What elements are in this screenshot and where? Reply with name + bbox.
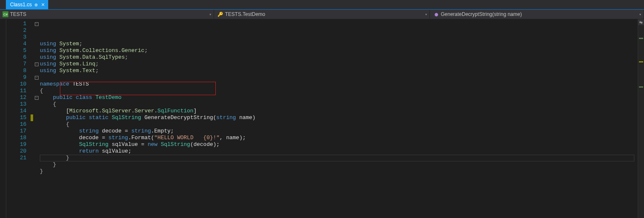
class-label: TESTS.TestDemo bbox=[225, 11, 265, 17]
line-number: 21 bbox=[6, 155, 31, 161]
fold-toggle bbox=[33, 47, 40, 54]
fold-toggle bbox=[33, 128, 40, 135]
csharp-file-icon: C# bbox=[3, 11, 8, 17]
line-number: 18 bbox=[6, 135, 31, 141]
code-line[interactable] bbox=[40, 74, 638, 81]
code-line[interactable]: { bbox=[40, 121, 638, 128]
outline-column[interactable]: −−−− bbox=[33, 19, 40, 218]
scope-label: TESTS bbox=[10, 11, 26, 17]
close-icon[interactable]: ✕ bbox=[40, 2, 46, 8]
line-number: 12 bbox=[6, 94, 31, 101]
fold-toggle bbox=[33, 88, 40, 94]
pin-icon[interactable]: ⊕ bbox=[34, 3, 38, 7]
code-area[interactable]: using System;using System.Collections.Ge… bbox=[40, 19, 638, 218]
fold-toggle bbox=[33, 108, 40, 114]
member-dropdown[interactable]: ⬤ GenerateDecryptString(string name) ▾ bbox=[430, 10, 644, 19]
method-icon: ⬤ bbox=[433, 11, 439, 17]
code-line[interactable]: using System.Linq; bbox=[40, 61, 638, 67]
line-number: 5 bbox=[6, 47, 31, 54]
fold-toggle[interactable]: − bbox=[33, 94, 40, 101]
code-line[interactable]: SqlString sqlValue = new SqlString(decod… bbox=[40, 141, 638, 148]
member-label: GenerateDecryptString(string name) bbox=[441, 11, 522, 17]
line-number: 15 bbox=[6, 114, 31, 121]
navigation-bar: C# TESTS ▾ 🔑 TESTS.TestDemo ▾ ⬤ Generate… bbox=[0, 10, 644, 19]
chevron-down-icon: ▾ bbox=[425, 13, 427, 16]
code-line[interactable]: } bbox=[40, 155, 638, 161]
code-line[interactable]: public static SqlString GenerateDecryptS… bbox=[40, 114, 638, 121]
scope-dropdown[interactable]: C# TESTS ▾ bbox=[0, 10, 214, 19]
line-number: 16 bbox=[6, 121, 31, 128]
line-number: 6 bbox=[6, 54, 31, 61]
line-number: 20 bbox=[6, 148, 31, 155]
fold-toggle bbox=[33, 54, 40, 61]
line-number: 19 bbox=[6, 141, 31, 148]
code-line[interactable] bbox=[40, 175, 638, 182]
overview-ruler[interactable]: ⇆ bbox=[638, 19, 644, 218]
fold-toggle bbox=[33, 155, 40, 161]
code-line[interactable]: using System.Text; bbox=[40, 67, 638, 74]
line-number: 10 bbox=[6, 81, 31, 88]
fold-toggle bbox=[33, 67, 40, 74]
fold-toggle bbox=[33, 121, 40, 128]
line-number: 8 bbox=[6, 67, 31, 74]
line-number: 17 bbox=[6, 128, 31, 135]
split-icon[interactable]: ⇆ bbox=[638, 19, 644, 25]
line-number: 3 bbox=[6, 34, 31, 41]
file-tab-title: Class1.cs bbox=[10, 2, 32, 8]
chevron-down-icon: ▾ bbox=[639, 13, 641, 16]
fold-toggle bbox=[33, 148, 40, 155]
code-line[interactable]: public class TestDemo bbox=[40, 94, 638, 101]
line-number-gutter: 123456789101112131415161718192021 bbox=[6, 19, 31, 218]
code-line[interactable]: } bbox=[40, 161, 638, 168]
fold-toggle bbox=[33, 27, 40, 34]
line-number: 9 bbox=[6, 74, 31, 81]
fold-toggle[interactable]: − bbox=[33, 74, 40, 81]
line-number: 13 bbox=[6, 101, 31, 108]
chevron-down-icon: ▾ bbox=[209, 13, 211, 16]
fold-toggle bbox=[33, 34, 40, 41]
code-editor[interactable]: 123456789101112131415161718192021 −−−− u… bbox=[0, 19, 644, 218]
toolbox-rail[interactable] bbox=[0, 19, 6, 218]
line-number: 4 bbox=[6, 41, 31, 47]
fold-toggle[interactable]: − bbox=[33, 61, 40, 67]
code-line[interactable]: return sqlValue; bbox=[40, 148, 638, 155]
tab-strip: Class1.cs ⊕ ✕ bbox=[0, 0, 644, 10]
fold-toggle bbox=[33, 81, 40, 88]
fold-toggle bbox=[33, 114, 40, 121]
code-line[interactable]: decode = string.Format("HELLO WORLD {0}!… bbox=[40, 135, 638, 141]
file-tab-class1[interactable]: Class1.cs ⊕ ✕ bbox=[6, 0, 48, 9]
line-number: 1 bbox=[6, 21, 31, 27]
class-dropdown[interactable]: 🔑 TESTS.TestDemo ▾ bbox=[214, 10, 430, 19]
code-line[interactable]: using System; bbox=[40, 41, 638, 47]
code-line[interactable]: using System.Data.SqlTypes; bbox=[40, 54, 638, 61]
code-line[interactable]: string decode = string.Empty; bbox=[40, 128, 638, 135]
code-line[interactable]: [Microsoft.SqlServer.Server.SqlFunction] bbox=[40, 108, 638, 114]
fold-toggle[interactable]: − bbox=[33, 21, 40, 27]
fold-toggle bbox=[33, 135, 40, 141]
overview-mark bbox=[639, 38, 643, 39]
line-number: 2 bbox=[6, 27, 31, 34]
key-icon: 🔑 bbox=[217, 11, 223, 17]
fold-toggle bbox=[33, 41, 40, 47]
line-number: 7 bbox=[6, 61, 31, 67]
code-line[interactable]: { bbox=[40, 101, 638, 108]
code-line[interactable]: using System.Collections.Generic; bbox=[40, 47, 638, 54]
overview-mark bbox=[639, 61, 643, 62]
line-number: 14 bbox=[6, 108, 31, 114]
code-line[interactable]: { bbox=[40, 88, 638, 94]
fold-toggle bbox=[33, 141, 40, 148]
code-line[interactable]: } bbox=[40, 168, 638, 175]
code-line[interactable]: namespace TESTS bbox=[40, 81, 638, 88]
overview-mark bbox=[639, 86, 643, 88]
fold-toggle bbox=[33, 101, 40, 108]
line-number: 11 bbox=[6, 88, 31, 94]
